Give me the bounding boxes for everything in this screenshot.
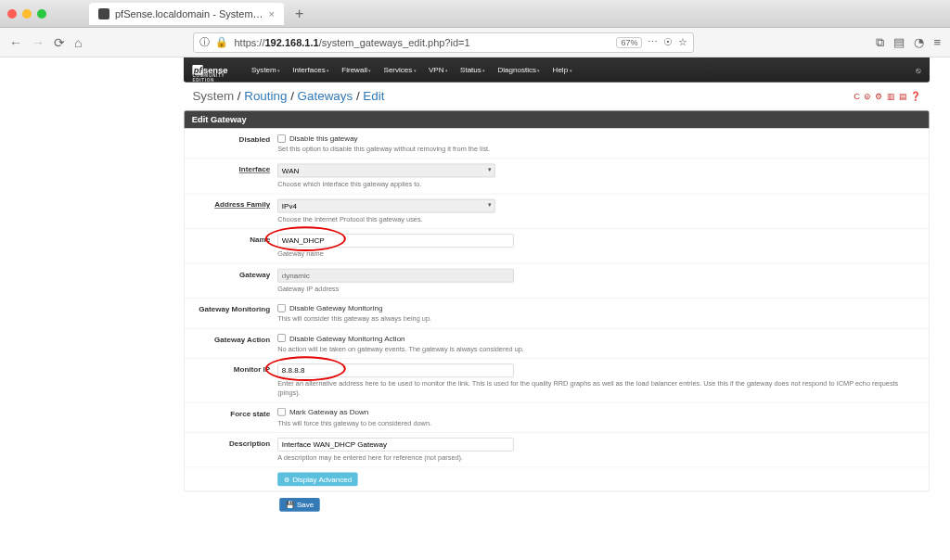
panel-title: Edit Gateway [185, 111, 930, 129]
nav-interfaces[interactable]: Interfaces [288, 62, 334, 78]
input-monip[interactable] [277, 363, 514, 377]
sidebar-icon[interactable]: ▤ [893, 35, 905, 50]
home-icon[interactable]: ⌂ [74, 35, 82, 50]
label-disabled: Disabled [185, 134, 278, 153]
label-interface: Interface [185, 164, 278, 188]
hint-gwact: No action will be taken on gateway event… [277, 344, 917, 353]
label-force: Force state [185, 408, 278, 427]
forward-icon[interactable]: → [32, 35, 45, 50]
row-disabled: Disabled Disable this gateway Set this o… [185, 128, 930, 158]
mac-close-dot[interactable] [7, 9, 17, 19]
favicon [98, 8, 109, 19]
row-name: Name Gateway name [185, 228, 930, 263]
row-force: Force state Mark Gateway as Down This wi… [185, 402, 930, 432]
chk-gwact-input[interactable] [277, 334, 286, 342]
hint-addrfam: Choose the Internet Protocol this gatewa… [277, 214, 917, 223]
row-interface: Interface Choose which interface this ga… [185, 159, 930, 194]
row-monip: Monitor IP Enter an alternative address … [185, 358, 930, 401]
reader-icon[interactable]: ☉ [663, 36, 673, 48]
nav-vpn[interactable]: VPN [424, 62, 453, 78]
label-monip: Monitor IP [185, 363, 278, 397]
lock-icon: 🔒 [215, 36, 228, 48]
hint-gateway: Gateway IP address [277, 285, 917, 294]
chk-disabled[interactable]: Disable this gateway [277, 134, 917, 142]
input-name[interactable] [277, 234, 514, 248]
head-action-icons: C ⊚ ⚙ ▥ ▤ ❓ [854, 91, 920, 101]
back-icon[interactable]: ← [9, 35, 22, 50]
chk-gwact[interactable]: Disable Gateway Monitoring Action [277, 334, 917, 342]
nav-status[interactable]: Status [456, 62, 491, 78]
logout-icon[interactable]: ⎋ [916, 65, 920, 75]
label-gateway: Gateway [185, 269, 278, 293]
mac-min-dot[interactable] [22, 9, 32, 19]
refresh-icon[interactable]: C [854, 91, 860, 101]
pfsense-logo[interactable]: pfsense COMMUNITY EDITION [192, 65, 227, 75]
tab-title: pfSense.localdomain - System… [115, 8, 263, 19]
more-icon[interactable]: ⋯ [648, 36, 658, 48]
crumb-edit[interactable]: Edit [363, 89, 384, 103]
library-icon[interactable]: ⧉ [876, 35, 884, 50]
nav-firewall[interactable]: Firewall [337, 62, 377, 78]
page-header: System / Routing / Gateways / Edit C ⊚ ⚙… [184, 83, 930, 106]
zoom-badge[interactable]: 67% [616, 37, 642, 48]
hint-disabled: Set this option to disable this gateway … [277, 145, 917, 154]
hamburger-icon[interactable]: ≡ [933, 35, 941, 50]
tab-close-icon[interactable]: × [269, 8, 275, 19]
hint-desc: A description may be entered here for re… [277, 453, 917, 463]
gear-icon: ⚙ [284, 476, 290, 484]
status-icon[interactable]: ⊚ [864, 91, 871, 101]
crumb-system: System [192, 89, 234, 103]
nav-diagnostics[interactable]: Diagnostics [493, 62, 545, 78]
row-desc: Description A description may be entered… [185, 432, 930, 467]
hint-gwmon: This will consider this gateway as alway… [277, 314, 917, 324]
nav-services[interactable]: Services [379, 62, 421, 78]
crumb-routing[interactable]: Routing [244, 89, 287, 103]
crumb-gateways[interactable]: Gateways [298, 89, 353, 103]
hint-interface: Choose which interface this gateway appl… [277, 180, 917, 189]
save-icon: 💾 [286, 501, 294, 509]
save-button[interactable]: 💾Save [279, 498, 320, 512]
info-icon[interactable]: ⓘ [199, 35, 210, 49]
nav-system[interactable]: System [247, 62, 286, 78]
settings-icon[interactable]: ⚙ [875, 91, 883, 101]
bookmark-icon[interactable]: ☆ [678, 36, 687, 48]
input-gateway [277, 269, 514, 283]
nav-help[interactable]: Help [547, 62, 576, 78]
new-tab-button[interactable]: + [295, 6, 303, 22]
row-addrfam: Address Family Choose the Internet Proto… [185, 193, 930, 228]
label-gwact: Gateway Action [185, 334, 278, 353]
help-icon[interactable]: ❓ [910, 91, 920, 101]
chk-gwmon[interactable]: Disable Gateway Monitoring [277, 304, 917, 312]
graph-icon[interactable]: ▥ [887, 91, 895, 101]
input-desc[interactable] [277, 438, 514, 452]
row-gateway: Gateway Gateway IP address [185, 263, 930, 299]
chk-disabled-input[interactable] [277, 134, 286, 143]
browser-tab[interactable]: pfSense.localdomain - System… × [89, 3, 284, 25]
chk-force-input[interactable] [277, 408, 286, 416]
select-addrfam[interactable] [277, 198, 495, 212]
hint-force: This will force this gateway to be consi… [277, 418, 917, 427]
pfsense-navbar: pfsense COMMUNITY EDITION System Interfa… [184, 57, 930, 83]
breadcrumb: System / Routing / Gateways / Edit [192, 89, 384, 103]
url-text: https://192.168.1.1/system_gateways_edit… [234, 37, 610, 48]
url-bar[interactable]: ⓘ 🔒 https://192.168.1.1/system_gateways_… [193, 32, 694, 53]
label-desc: Description [185, 438, 278, 462]
nav-menu: System Interfaces Firewall Services VPN … [247, 62, 577, 78]
label-name: Name [185, 234, 278, 258]
browser-titlebar: pfSense.localdomain - System… × + [0, 0, 950, 28]
mac-max-dot[interactable] [37, 9, 46, 19]
table-icon[interactable]: ▤ [899, 91, 907, 101]
account-icon[interactable]: ◔ [914, 35, 924, 50]
row-gwmon: Gateway Monitoring Disable Gateway Monit… [185, 299, 930, 328]
edit-gateway-panel: Edit Gateway Disabled Disable this gatew… [184, 110, 930, 492]
hint-name: Gateway name [277, 249, 917, 259]
chk-force[interactable]: Mark Gateway as Down [277, 408, 917, 416]
display-advanced-button[interactable]: ⚙Display Advanced [277, 473, 358, 487]
row-gwact: Gateway Action Disable Gateway Monitorin… [185, 328, 930, 358]
hint-monip: Enter an alternative address here to be … [277, 379, 917, 397]
browser-toolbar: ← → ⟳ ⌂ ⓘ 🔒 https://192.168.1.1/system_g… [0, 28, 950, 57]
reload-icon[interactable]: ⟳ [54, 35, 65, 50]
row-advanced: ⚙Display Advanced [185, 467, 930, 491]
chk-gwmon-input[interactable] [277, 304, 286, 312]
select-interface[interactable] [277, 164, 495, 178]
